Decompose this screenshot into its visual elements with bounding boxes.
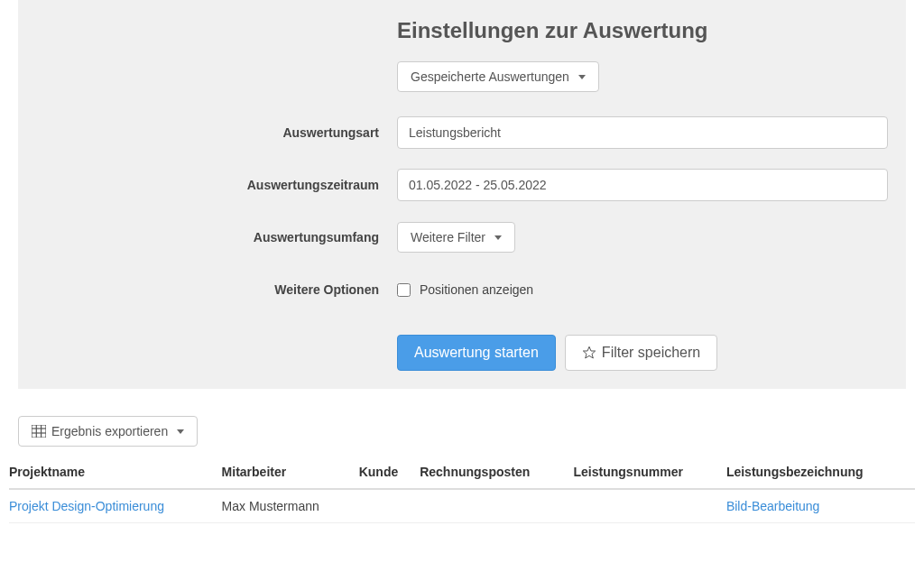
service-number-cell [574, 489, 726, 523]
save-filter-label: Filter speichern [602, 345, 700, 361]
saved-reports-dropdown[interactable]: Gespeicherte Auswertungen [397, 61, 599, 92]
employee-cell: Max Mustermann [222, 489, 359, 523]
caret-down-icon [177, 429, 184, 434]
caret-down-icon [494, 235, 502, 240]
settings-panel: Einstellungen zur Auswertung Gespeichert… [18, 0, 906, 389]
results-table: Projektname Mitarbeiter Kunde Rechnungsp… [9, 456, 915, 523]
table-icon [32, 425, 46, 438]
svg-rect-1 [32, 425, 46, 438]
report-type-label: Auswertungsart [36, 125, 397, 140]
more-options-label: Weitere Optionen [36, 282, 397, 297]
col-project: Projektname [9, 456, 222, 489]
invoice-item-cell [420, 489, 573, 523]
start-report-button[interactable]: Auswertung starten [397, 335, 556, 371]
col-service-number: Leistungsnummer [574, 456, 726, 489]
save-filter-button[interactable]: Filter speichern [565, 335, 717, 371]
export-result-dropdown[interactable]: Ergebnis exportieren [18, 416, 198, 447]
more-filters-dropdown[interactable]: Weitere Filter [397, 222, 515, 253]
report-scope-label: Auswertungsumfang [36, 230, 397, 244]
report-period-input[interactable] [397, 169, 888, 201]
project-link[interactable]: Projekt Design-Optimierung [9, 499, 164, 513]
customer-cell [359, 489, 420, 523]
report-period-label: Auswertungszeitraum [36, 178, 397, 192]
col-employee: Mitarbeiter [222, 456, 359, 489]
export-result-label: Ergebnis exportieren [51, 424, 168, 438]
show-positions-label[interactable]: Positionen anzeigen [420, 282, 533, 297]
star-icon [582, 346, 596, 360]
col-customer: Kunde [359, 456, 420, 489]
svg-marker-0 [583, 346, 595, 358]
panel-title: Einstellungen zur Auswertung [397, 18, 888, 43]
col-invoice-item: Rechnungsposten [420, 456, 573, 489]
caret-down-icon [578, 75, 586, 79]
show-positions-checkbox[interactable] [397, 283, 411, 297]
col-service-name: Leistungsbezeichnung [726, 456, 915, 489]
report-type-select[interactable] [397, 116, 888, 149]
saved-reports-label: Gespeicherte Auswertungen [411, 69, 569, 84]
service-link[interactable]: Bild-Bearbeitung [726, 499, 820, 513]
more-filters-label: Weitere Filter [411, 230, 485, 244]
table-row: Projekt Design-Optimierung Max Musterman… [9, 489, 915, 523]
